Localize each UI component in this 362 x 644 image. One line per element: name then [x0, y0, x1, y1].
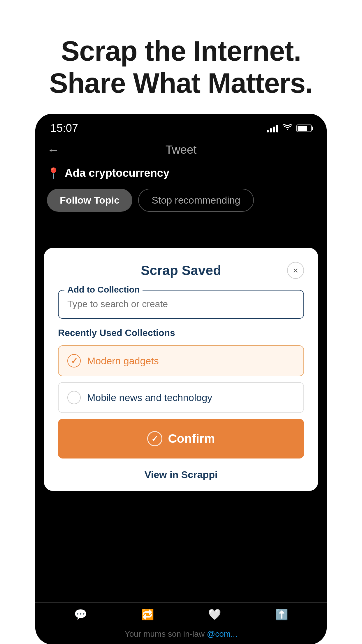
headline-line1: Scrap the Internet.	[61, 35, 301, 66]
modal-close-button[interactable]: ×	[287, 262, 304, 279]
confirm-check-icon: ✓	[147, 431, 162, 446]
like-icon[interactable]: 🤍	[208, 608, 221, 621]
stop-recommending-button[interactable]: Stop recommending	[138, 189, 254, 212]
phone-frame: 15:07 ← Tweet	[35, 114, 327, 644]
tweet-actions-bar: 💬 🔁 🤍 ⬆️	[35, 602, 327, 626]
wifi-icon	[282, 123, 292, 133]
headline: Scrap the Internet. Share What Matters.	[23, 35, 339, 99]
topic-actions: Follow Topic Stop recommending	[35, 184, 327, 220]
add-to-collection-section: Add to Collection	[58, 290, 304, 319]
top-area: Scrap the Internet. Share What Matters.	[0, 0, 362, 117]
share-icon[interactable]: ⬆️	[275, 608, 288, 621]
back-button[interactable]: ←	[47, 143, 60, 157]
signal-icon	[267, 124, 278, 132]
headline-line2: Share What Matters.	[49, 67, 313, 99]
pin-icon: 📍	[47, 167, 60, 179]
topic-row: 📍 Ada cryptocurrency	[35, 162, 327, 184]
phone-bottom-area: 💬 🔁 🤍 ⬆️ Your mums son in-law @com...	[35, 602, 327, 644]
confirm-button[interactable]: ✓ Confirm	[58, 419, 304, 459]
bottom-username-text: Your mums son in-law @com...	[35, 626, 327, 644]
confirm-label: Confirm	[168, 432, 215, 446]
follow-topic-button[interactable]: Follow Topic	[47, 189, 132, 212]
comment-icon[interactable]: 💬	[74, 608, 87, 621]
status-icons	[267, 123, 312, 133]
collection-item-name: Modern gadgets	[87, 355, 159, 367]
retweet-icon[interactable]: 🔁	[141, 608, 154, 621]
radio-selected-icon	[67, 354, 81, 368]
tweet-nav-title: Tweet	[166, 143, 197, 156]
modal-title: Scrap Saved	[141, 262, 221, 278]
radio-unselected-icon	[67, 391, 81, 404]
view-in-scrappi-link[interactable]: View in Scrappi	[58, 459, 304, 491]
topic-name: Ada cryptocurrency	[65, 167, 169, 179]
modal-header: Scrap Saved ×	[58, 262, 304, 278]
status-time: 15:07	[50, 122, 78, 134]
collection-item-mobile-news[interactable]: Mobile news and technology	[58, 382, 304, 413]
modal-card: Scrap Saved × Add to Collection Recently…	[44, 248, 318, 491]
collection-section-label: Add to Collection	[64, 285, 143, 295]
status-bar: 15:07	[35, 114, 327, 137]
battery-icon	[296, 125, 312, 132]
tweet-nav-header: ← Tweet	[35, 137, 327, 162]
collection-item-modern-gadgets[interactable]: Modern gadgets	[58, 345, 304, 376]
collection-item-name: Mobile news and technology	[87, 392, 212, 403]
recently-used-label: Recently Used Collections	[58, 328, 304, 338]
